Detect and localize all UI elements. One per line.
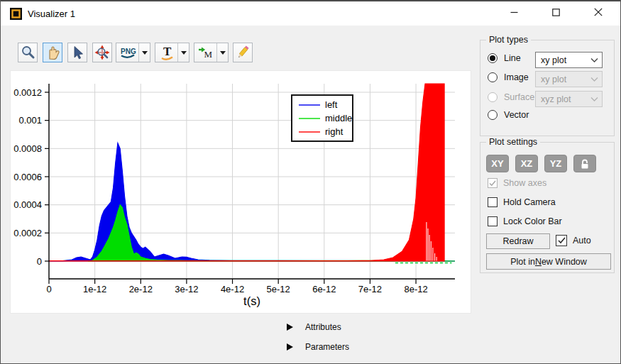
parameters-expander[interactable]: Parameters — [287, 341, 349, 353]
combo-value: xy plot — [541, 55, 566, 65]
legend-line-sample — [299, 118, 320, 119]
button-label-part: Plot in — [510, 257, 535, 267]
radio-image-label: Image — [504, 72, 529, 82]
y-tick-label: 0.0012 — [13, 87, 42, 98]
legend-entry: right — [292, 125, 352, 138]
checkbox-label: Lock Color Bar — [503, 216, 562, 226]
export-png-button[interactable]: PNG — [116, 43, 150, 62]
parameters-label: Parameters — [305, 342, 349, 352]
attributes-expander[interactable]: Attributes — [287, 321, 341, 333]
edit-button[interactable] — [233, 43, 253, 62]
close-button[interactable] — [581, 0, 616, 24]
triangle-right-icon — [287, 343, 293, 351]
select-tool-button[interactable] — [67, 43, 87, 62]
plot-types-group: Plot types Line xy plot Image xy plot Su… — [480, 40, 615, 136]
plot-types-title: Plot types — [486, 35, 531, 45]
window-title: Visualizer 1 — [28, 9, 75, 19]
minimize-icon — [510, 9, 518, 16]
x-tick-label: 2e-12 — [129, 284, 153, 294]
plot-settings-group: Plot settings XY XZ YZ Show axes Hold Ca… — [480, 142, 615, 273]
pan-tool-button[interactable] — [43, 43, 62, 62]
legend-line-sample — [299, 131, 320, 133]
auto-checkbox[interactable]: Auto — [556, 235, 591, 246]
x-tick-label: 3e-12 — [175, 284, 198, 294]
image-plot-type-select: xy plot — [535, 71, 603, 87]
checkbox-label: Auto — [573, 236, 591, 246]
checkbox-label: Show axes — [503, 178, 546, 188]
matlab-dropdown-arrow[interactable] — [216, 43, 228, 62]
png-dropdown-arrow[interactable] — [138, 43, 150, 62]
export-matlab-button[interactable]: M — [194, 43, 229, 62]
x-tick-label: 6e-12 — [312, 284, 336, 294]
magnifier-icon — [19, 44, 36, 61]
checkbox-box — [488, 197, 498, 207]
y-tick-label: 0.0006 — [13, 172, 42, 182]
surface-plot-type-select: xyz plot — [535, 91, 603, 107]
show-axes-checkbox: Show axes — [488, 178, 546, 188]
redraw-button[interactable]: Redraw — [486, 233, 550, 249]
attributes-label: Attributes — [305, 322, 341, 332]
x-axis-label: t(s) — [243, 294, 260, 307]
combo-value: xy plot — [541, 75, 566, 84]
triangle-right-icon — [287, 324, 293, 331]
checkbox-box — [488, 178, 498, 188]
zoom-tool-button[interactable] — [18, 43, 38, 62]
legend-label: middle — [325, 113, 352, 123]
lock-color-bar-checkbox[interactable]: Lock Color Bar — [488, 216, 562, 226]
matlab-M-icon: M — [194, 43, 216, 62]
radio-surface — [488, 92, 498, 102]
maximize-button[interactable] — [538, 0, 573, 24]
radio-image[interactable] — [488, 72, 498, 82]
y-tick-label: 0.0004 — [13, 199, 42, 210]
y-tick-label: 0 — [37, 256, 42, 267]
radio-line[interactable] — [488, 53, 498, 63]
x-tick-label: 8e-12 — [404, 284, 427, 294]
legend-label: right — [325, 126, 343, 137]
check-icon — [558, 237, 566, 244]
x-tick-label: 4e-12 — [221, 284, 244, 294]
plot-in-new-window-button[interactable]: Plot in New Window — [486, 253, 611, 270]
chevron-down-icon — [590, 96, 598, 102]
chart-legend: leftmiddleright — [291, 94, 353, 142]
plot-panel: 01e-122e-123e-124e-125e-126e-127e-128e-1… — [10, 70, 471, 314]
plot-settings-title: Plot settings — [486, 137, 540, 147]
check-icon — [489, 180, 496, 187]
radio-surface-label: Surface — [504, 92, 534, 102]
xz-view-button: XZ — [515, 155, 538, 172]
text-dropdown-arrow[interactable] — [177, 43, 189, 62]
chart-canvas[interactable]: 01e-122e-123e-124e-125e-126e-127e-128e-1… — [11, 71, 471, 313]
zoom-extents-button[interactable] — [92, 43, 112, 62]
legend-line-sample — [299, 104, 320, 106]
x-tick-label: 1e-12 — [83, 284, 106, 294]
checkbox-box — [556, 235, 567, 246]
xy-view-button: XY — [486, 155, 509, 172]
pencil-icon — [234, 44, 251, 61]
chevron-down-icon — [181, 51, 187, 57]
radio-line-label: Line — [504, 53, 521, 63]
yz-view-button: YZ — [544, 155, 567, 172]
legend-entry: middle — [292, 111, 352, 125]
unlock-icon — [578, 158, 591, 170]
minimize-button[interactable] — [496, 0, 532, 24]
button-label-part: ew Window — [542, 257, 587, 267]
y-tick-label: 0.001 — [18, 115, 42, 126]
chevron-down-icon — [590, 57, 598, 63]
button-label-mnemonic: N — [535, 257, 542, 267]
x-tick-label: 5e-12 — [267, 284, 290, 294]
close-icon — [594, 8, 603, 16]
magnifier-arrows-icon — [94, 44, 111, 61]
chevron-down-icon — [590, 77, 598, 82]
checkbox-label: Hold Camera — [503, 197, 556, 207]
hold-camera-checkbox[interactable]: Hold Camera — [488, 197, 556, 207]
cursor-arrow-icon — [69, 44, 86, 61]
png-icon: PNG — [116, 43, 138, 62]
chevron-down-icon — [142, 51, 148, 57]
text-T-icon: T — [155, 43, 177, 62]
text-annotation-button[interactable]: T — [155, 43, 189, 62]
svg-text:T: T — [163, 45, 172, 58]
app-icon — [10, 8, 22, 20]
radio-vector[interactable] — [488, 110, 498, 120]
line-plot-type-select[interactable]: xy plot — [535, 52, 603, 68]
checkbox-box — [488, 216, 498, 226]
chevron-down-icon — [220, 51, 226, 57]
